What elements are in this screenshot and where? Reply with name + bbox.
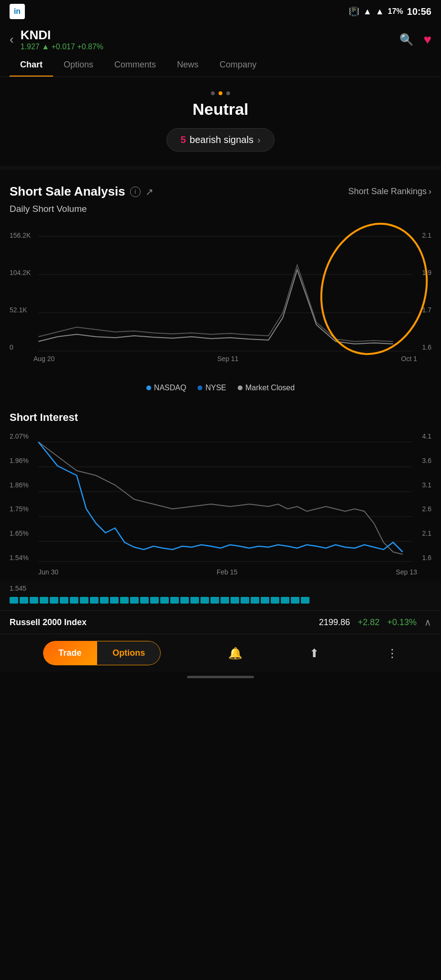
iyr-4: 2.1 (422, 529, 431, 537)
ix-2: Sep 13 (396, 568, 417, 576)
tab-options[interactable]: Options (53, 54, 104, 77)
mini-bar-11 (110, 597, 119, 604)
legend-nyse: NYSE (198, 384, 226, 392)
ticker-info: KNDI 1.927 ▲ +0.017 +0.87% (21, 28, 103, 51)
tab-comments[interactable]: Comments (104, 54, 166, 77)
iyr-1: 3.6 (422, 457, 431, 464)
price-change: +0.017 (51, 43, 75, 51)
mini-bar-19 (190, 597, 199, 604)
short-interest-section: Short Interest 2.07% 1.96% 1.86% 1.75% 1… (0, 402, 441, 581)
y-label-1: 104.2K (10, 269, 31, 276)
nav-tabs: Chart Options Comments News Company (0, 54, 441, 77)
mini-bar-4 (40, 597, 48, 604)
mini-bar-28 (281, 597, 289, 604)
tab-news[interactable]: News (166, 54, 209, 77)
mini-bar-section: 1.545 (0, 581, 441, 610)
info-icon[interactable]: i (130, 187, 141, 197)
chevron-up-icon[interactable]: ∧ (424, 617, 431, 628)
home-indicator (187, 676, 254, 678)
mini-bar-17 (170, 597, 179, 604)
alert-button[interactable]: 🔔 (228, 647, 243, 660)
interest-y-right: 4.1 3.6 3.1 2.6 2.1 1.6 (422, 432, 431, 562)
y-label-3: 0 (10, 343, 31, 351)
back-button[interactable]: ‹ (10, 32, 14, 47)
signal-label: Neutral (10, 100, 431, 119)
legend-nasdaq: NASDAQ (146, 384, 187, 392)
bottom-ticker[interactable]: Russell 2000 Index 2199.86 +2.82 +0.13% … (0, 610, 441, 634)
y-label-0: 156.2K (10, 231, 31, 239)
mini-bar-22 (220, 597, 229, 604)
mini-bar-5 (50, 597, 58, 604)
analysis-title: Short Sale Analysis (10, 184, 125, 199)
favorite-button[interactable]: ♥ (423, 32, 431, 47)
search-button[interactable]: 🔍 (399, 33, 414, 46)
ticker-values: 2199.86 +2.82 +0.13% ∧ (319, 617, 431, 628)
analysis-header: Short Sale Analysis i ↗ Short Sale Ranki… (10, 184, 431, 199)
nyse-dot (198, 385, 202, 390)
ticker-price-row: 1.927 ▲ +0.017 +0.87% (21, 43, 103, 51)
short-sale-analysis-section: Short Sale Analysis i ↗ Short Sale Ranki… (0, 175, 441, 199)
y-label-2: 52.1K (10, 306, 31, 314)
rankings-arrow: › (429, 187, 431, 197)
mini-bar-26 (261, 597, 269, 604)
iyr-2: 3.1 (422, 481, 431, 489)
mini-bar-13 (130, 597, 139, 604)
iyr-0: 4.1 (422, 432, 431, 440)
linkedin-icon: in (10, 4, 25, 19)
chart-legend: NASDAQ NYSE Market Closed (10, 380, 431, 402)
header-left: ‹ KNDI 1.927 ▲ +0.017 +0.87% (10, 28, 103, 51)
ix-1: Feb 15 (217, 568, 238, 576)
header: ‹ KNDI 1.927 ▲ +0.017 +0.87% 🔍 ♥ (0, 23, 441, 54)
signal-dots (10, 91, 431, 95)
mini-bar-30 (301, 597, 309, 604)
iy-0: 2.07% (10, 432, 29, 440)
bearish-count: 5 (180, 134, 186, 145)
daily-chart-container: 156.2K 104.2K 52.1K 0 2.1 1.9 1.7 1.6 (10, 217, 431, 380)
analysis-title-row: Short Sale Analysis i ↗ (10, 184, 154, 199)
options-button[interactable]: Options (97, 641, 161, 665)
share-button[interactable]: ⬆ (309, 647, 319, 660)
vibrate-icon: 📳 (349, 6, 359, 17)
iy-2: 1.86% (10, 481, 29, 489)
russell-change: +2.82 (358, 617, 380, 628)
mini-bar-value: 1.545 (10, 584, 431, 592)
bearish-text: bearish signals (190, 134, 254, 145)
mini-bar-7 (70, 597, 78, 604)
chart-x-labels: Aug 20 Sep 11 Oct 1 (33, 355, 417, 363)
mini-bar-21 (210, 597, 219, 604)
tab-chart[interactable]: Chart (10, 54, 53, 77)
clock-time: 10:56 (407, 6, 431, 17)
share-icon[interactable]: ↗ (145, 186, 154, 198)
daily-short-volume-section: Daily Short Volume 156.2K 104.2K 52.1K 0… (0, 204, 441, 402)
header-icons: 🔍 ♥ (399, 32, 431, 47)
mini-bar-10 (100, 597, 109, 604)
section-divider (0, 166, 441, 170)
mini-bar-16 (160, 597, 169, 604)
rankings-link[interactable]: Short Sale Rankings › (348, 187, 431, 197)
iy-1: 1.96% (10, 457, 29, 464)
market-closed-label: Market Closed (245, 384, 295, 392)
price-change-pct: +0.87% (77, 43, 103, 51)
mini-bar-9 (90, 597, 99, 604)
dot-2 (219, 91, 222, 95)
tab-company[interactable]: Company (209, 54, 267, 77)
y-right-2: 1.7 (422, 306, 431, 314)
x-label-aug: Aug 20 (33, 355, 55, 363)
chart-y-labels-left: 156.2K 104.2K 52.1K 0 (10, 231, 31, 351)
interest-title: Short Interest (10, 411, 431, 424)
price-arrow: ▲ (42, 43, 51, 51)
bottom-bar: Trade Options 🔔 ⬆ ⋮ (0, 634, 441, 672)
more-button[interactable]: ⋮ (386, 647, 398, 660)
mini-bar-23 (231, 597, 239, 604)
mini-bar-29 (291, 597, 299, 604)
interest-x-labels: Jun 30 Feb 15 Sep 13 (38, 568, 417, 576)
bearish-arrow: › (257, 134, 261, 145)
market-closed-dot (238, 385, 243, 390)
mini-bar-12 (120, 597, 129, 604)
mini-bar-15 (150, 597, 159, 604)
nasdaq-dot (146, 385, 151, 390)
bearish-signals-button[interactable]: 5 bearish signals › (166, 128, 274, 152)
interest-chart-svg (10, 428, 431, 581)
trade-button[interactable]: Trade (43, 641, 97, 665)
status-left: in (10, 4, 25, 19)
